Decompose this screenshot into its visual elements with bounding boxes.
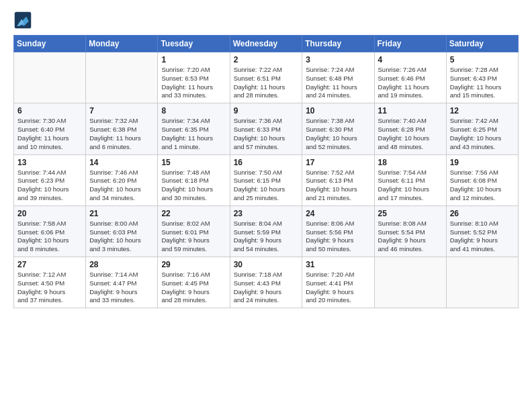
calendar-cell: 18Sunrise: 7:54 AM Sunset: 6:11 PM Dayli… <box>374 154 446 205</box>
week-row-1: 6Sunrise: 7:30 AM Sunset: 6:40 PM Daylig… <box>14 103 519 154</box>
week-row-3: 20Sunrise: 7:58 AM Sunset: 6:06 PM Dayli… <box>14 205 519 257</box>
calendar-cell: 5Sunrise: 7:28 AM Sunset: 6:43 PM Daylig… <box>446 52 518 103</box>
day-info: Sunrise: 7:38 AM Sunset: 6:30 PM Dayligh… <box>306 117 370 151</box>
day-number: 10 <box>306 106 370 116</box>
day-number: 8 <box>161 106 226 116</box>
day-number: 28 <box>89 260 154 269</box>
day-number: 25 <box>378 209 443 218</box>
header <box>13 11 519 30</box>
day-number: 11 <box>378 106 443 116</box>
day-number: 29 <box>161 260 226 269</box>
day-number: 6 <box>17 106 82 116</box>
day-info: Sunrise: 8:08 AM Sunset: 5:54 PM Dayligh… <box>378 220 443 254</box>
calendar-cell: 20Sunrise: 7:58 AM Sunset: 6:06 PM Dayli… <box>14 205 86 257</box>
day-number: 23 <box>234 209 299 218</box>
weekday-thursday: Thursday <box>302 36 374 52</box>
day-info: Sunrise: 7:26 AM Sunset: 6:46 PM Dayligh… <box>378 66 443 100</box>
day-info: Sunrise: 7:16 AM Sunset: 4:45 PM Dayligh… <box>161 271 226 305</box>
calendar-cell: 10Sunrise: 7:38 AM Sunset: 6:30 PM Dayli… <box>302 103 374 154</box>
day-info: Sunrise: 7:28 AM Sunset: 6:43 PM Dayligh… <box>450 66 515 100</box>
day-number: 3 <box>306 55 370 64</box>
day-number: 2 <box>234 55 299 64</box>
day-number: 4 <box>378 55 443 64</box>
calendar-cell: 21Sunrise: 8:00 AM Sunset: 6:03 PM Dayli… <box>86 205 158 257</box>
day-number: 9 <box>234 106 299 116</box>
day-number: 19 <box>450 158 515 167</box>
day-info: Sunrise: 7:44 AM Sunset: 6:23 PM Dayligh… <box>17 169 82 203</box>
calendar-cell: 2Sunrise: 7:22 AM Sunset: 6:51 PM Daylig… <box>230 52 302 103</box>
weekday-wednesday: Wednesday <box>230 36 302 52</box>
calendar-cell: 6Sunrise: 7:30 AM Sunset: 6:40 PM Daylig… <box>14 103 86 154</box>
day-info: Sunrise: 8:02 AM Sunset: 6:01 PM Dayligh… <box>161 220 226 254</box>
calendar-cell: 26Sunrise: 8:10 AM Sunset: 5:52 PM Dayli… <box>446 205 518 257</box>
calendar-cell: 4Sunrise: 7:26 AM Sunset: 6:46 PM Daylig… <box>374 52 446 103</box>
day-info: Sunrise: 8:10 AM Sunset: 5:52 PM Dayligh… <box>450 220 515 254</box>
day-number: 20 <box>17 209 82 218</box>
day-info: Sunrise: 7:18 AM Sunset: 4:43 PM Dayligh… <box>234 271 299 305</box>
day-info: Sunrise: 8:00 AM Sunset: 6:03 PM Dayligh… <box>89 220 154 254</box>
day-number: 27 <box>17 260 82 269</box>
page: SundayMondayTuesdayWednesdayThursdayFrid… <box>0 0 532 319</box>
day-info: Sunrise: 7:52 AM Sunset: 6:13 PM Dayligh… <box>306 169 370 203</box>
day-number: 30 <box>234 260 299 269</box>
day-info: Sunrise: 7:58 AM Sunset: 6:06 PM Dayligh… <box>17 220 82 254</box>
calendar-cell: 31Sunrise: 7:20 AM Sunset: 4:41 PM Dayli… <box>302 257 374 308</box>
day-info: Sunrise: 8:04 AM Sunset: 5:59 PM Dayligh… <box>234 220 299 254</box>
week-row-4: 27Sunrise: 7:12 AM Sunset: 4:50 PM Dayli… <box>14 257 519 308</box>
logo <box>13 11 35 30</box>
day-info: Sunrise: 7:42 AM Sunset: 6:25 PM Dayligh… <box>450 117 515 151</box>
calendar-cell: 27Sunrise: 7:12 AM Sunset: 4:50 PM Dayli… <box>14 257 86 308</box>
week-row-0: 1Sunrise: 7:20 AM Sunset: 6:53 PM Daylig… <box>14 52 519 103</box>
day-number: 13 <box>17 158 82 167</box>
calendar-body: 1Sunrise: 7:20 AM Sunset: 6:53 PM Daylig… <box>14 52 519 308</box>
calendar-cell: 24Sunrise: 8:06 AM Sunset: 5:56 PM Dayli… <box>302 205 374 257</box>
weekday-monday: Monday <box>86 36 158 52</box>
calendar-cell: 8Sunrise: 7:34 AM Sunset: 6:35 PM Daylig… <box>158 103 230 154</box>
day-number: 24 <box>306 209 370 218</box>
day-number: 21 <box>89 209 154 218</box>
calendar-cell: 13Sunrise: 7:44 AM Sunset: 6:23 PM Dayli… <box>14 154 86 205</box>
day-info: Sunrise: 7:24 AM Sunset: 6:48 PM Dayligh… <box>306 66 370 100</box>
day-info: Sunrise: 7:46 AM Sunset: 6:20 PM Dayligh… <box>89 169 154 203</box>
calendar-cell: 3Sunrise: 7:24 AM Sunset: 6:48 PM Daylig… <box>302 52 374 103</box>
calendar-cell: 1Sunrise: 7:20 AM Sunset: 6:53 PM Daylig… <box>158 52 230 103</box>
day-info: Sunrise: 7:12 AM Sunset: 4:50 PM Dayligh… <box>17 271 82 305</box>
calendar-cell: 17Sunrise: 7:52 AM Sunset: 6:13 PM Dayli… <box>302 154 374 205</box>
day-info: Sunrise: 7:48 AM Sunset: 6:18 PM Dayligh… <box>161 169 226 203</box>
calendar: SundayMondayTuesdayWednesdayThursdayFrid… <box>13 35 519 308</box>
day-number: 16 <box>234 158 299 167</box>
calendar-cell: 11Sunrise: 7:40 AM Sunset: 6:28 PM Dayli… <box>374 103 446 154</box>
calendar-cell <box>446 257 518 308</box>
weekday-saturday: Saturday <box>446 36 518 52</box>
weekday-friday: Friday <box>374 36 446 52</box>
day-number: 1 <box>161 55 226 64</box>
calendar-cell: 15Sunrise: 7:48 AM Sunset: 6:18 PM Dayli… <box>158 154 230 205</box>
calendar-header: SundayMondayTuesdayWednesdayThursdayFrid… <box>14 36 519 52</box>
day-info: Sunrise: 7:22 AM Sunset: 6:51 PM Dayligh… <box>234 66 299 100</box>
day-info: Sunrise: 7:36 AM Sunset: 6:33 PM Dayligh… <box>234 117 299 151</box>
calendar-cell: 9Sunrise: 7:36 AM Sunset: 6:33 PM Daylig… <box>230 103 302 154</box>
weekday-sunday: Sunday <box>14 36 86 52</box>
day-info: Sunrise: 7:50 AM Sunset: 6:15 PM Dayligh… <box>234 169 299 203</box>
day-info: Sunrise: 7:30 AM Sunset: 6:40 PM Dayligh… <box>17 117 82 151</box>
day-number: 31 <box>306 260 370 269</box>
calendar-cell: 25Sunrise: 8:08 AM Sunset: 5:54 PM Dayli… <box>374 205 446 257</box>
calendar-cell: 30Sunrise: 7:18 AM Sunset: 4:43 PM Dayli… <box>230 257 302 308</box>
calendar-cell: 14Sunrise: 7:46 AM Sunset: 6:20 PM Dayli… <box>86 154 158 205</box>
day-info: Sunrise: 7:54 AM Sunset: 6:11 PM Dayligh… <box>378 169 443 203</box>
day-number: 17 <box>306 158 370 167</box>
day-info: Sunrise: 8:06 AM Sunset: 5:56 PM Dayligh… <box>306 220 370 254</box>
calendar-cell: 22Sunrise: 8:02 AM Sunset: 6:01 PM Dayli… <box>158 205 230 257</box>
day-number: 14 <box>89 158 154 167</box>
day-number: 5 <box>450 55 515 64</box>
calendar-cell: 23Sunrise: 8:04 AM Sunset: 5:59 PM Dayli… <box>230 205 302 257</box>
logo-icon <box>13 11 32 30</box>
calendar-cell <box>374 257 446 308</box>
day-info: Sunrise: 7:14 AM Sunset: 4:47 PM Dayligh… <box>89 271 154 305</box>
calendar-cell: 7Sunrise: 7:32 AM Sunset: 6:38 PM Daylig… <box>86 103 158 154</box>
calendar-cell: 12Sunrise: 7:42 AM Sunset: 6:25 PM Dayli… <box>446 103 518 154</box>
day-number: 18 <box>378 158 443 167</box>
calendar-cell: 28Sunrise: 7:14 AM Sunset: 4:47 PM Dayli… <box>86 257 158 308</box>
day-info: Sunrise: 7:20 AM Sunset: 4:41 PM Dayligh… <box>306 271 370 305</box>
calendar-cell: 19Sunrise: 7:56 AM Sunset: 6:08 PM Dayli… <box>446 154 518 205</box>
